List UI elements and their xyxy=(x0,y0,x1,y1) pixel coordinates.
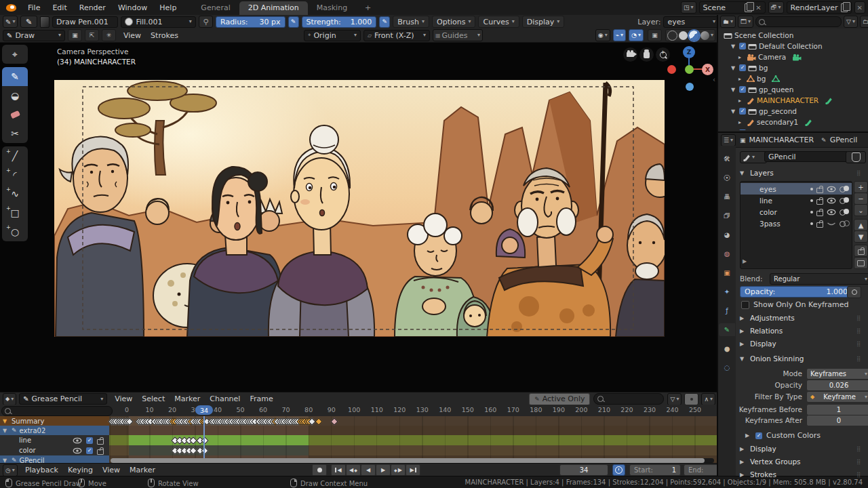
layer-onion-icon[interactable] xyxy=(840,209,849,215)
gizmo-z-neg-axis[interactable] xyxy=(686,83,694,91)
timeline-menu-playback[interactable]: Playback xyxy=(20,466,63,474)
properties-tab-scene[interactable]: ◕ xyxy=(719,228,735,241)
layer-opacity-slider[interactable]: Opacity:1.000 xyxy=(740,286,852,298)
tool-arc-button[interactable]: +◜ xyxy=(2,165,28,184)
drawing-plane-dropdown[interactable]: ▱ Front (X-Z) ▾ xyxy=(363,30,430,41)
mode-dropdown[interactable]: ✎ Draw ▾ xyxy=(3,30,65,41)
pan-view-button[interactable] xyxy=(639,47,654,62)
fake-user-shield-button[interactable] xyxy=(846,151,866,163)
layer-onion-icon[interactable] xyxy=(840,186,849,192)
layer-row-line[interactable]: line xyxy=(741,195,852,206)
layer-channel-dot[interactable] xyxy=(810,199,813,202)
dopesheet-search-input[interactable] xyxy=(593,393,664,405)
tab-masking[interactable]: Masking xyxy=(308,1,356,15)
brush-name-field[interactable]: Draw Pen.001 xyxy=(52,16,118,28)
outliner-filter-dropdown[interactable]: 🗔▾ xyxy=(738,16,753,28)
layer-row-color[interactable]: color xyxy=(741,206,852,218)
play-reverse-button[interactable]: ◀ xyxy=(361,464,376,476)
scrollbar-thumb[interactable] xyxy=(111,458,705,463)
properties-tab-modifiers[interactable]: ✦ xyxy=(719,285,735,298)
collection-checkbox[interactable]: ✓ xyxy=(739,129,746,130)
properties-tab-object[interactable]: ▣ xyxy=(719,266,735,279)
blend-dropdown[interactable]: Regular▾ xyxy=(770,273,868,285)
shading-wireframe-icon[interactable] xyxy=(667,30,677,41)
properties-tab-data[interactable]: ✎ xyxy=(719,323,735,336)
panel-display[interactable]: ▶Display⣿ xyxy=(740,340,865,348)
properties-tab-render[interactable]: 🖸 xyxy=(719,171,735,184)
properties-tab-physics[interactable]: ◌ xyxy=(719,361,735,374)
outliner-row-gp-queen[interactable]: ▼✓gp_queen xyxy=(718,84,868,95)
layer-channel-dot[interactable] xyxy=(810,188,813,190)
tool-line-button[interactable]: +╱ xyxy=(2,146,28,165)
menu-render[interactable]: Render xyxy=(73,3,112,12)
dropdown-display[interactable]: Display▾ xyxy=(522,16,565,28)
layer-onion-icon[interactable] xyxy=(840,197,849,203)
layer-lock-icon[interactable] xyxy=(816,222,823,228)
shading-material-icon[interactable] xyxy=(689,30,699,41)
outliner-search-input[interactable] xyxy=(755,16,842,27)
unlink-scene-icon[interactable]: ✕ xyxy=(755,4,761,12)
opacity-keyframe-button[interactable] xyxy=(847,286,861,298)
gizmo-y-axis[interactable] xyxy=(685,65,694,74)
panel-strokes[interactable]: ▶Strokes⣿ xyxy=(740,470,865,479)
expand-icon[interactable]: ▼ xyxy=(731,65,737,71)
onion-filter-dropdown[interactable]: ◆Keyframe▾ xyxy=(806,391,868,403)
layer-visibility-icon[interactable] xyxy=(827,209,836,216)
viewlayer-name-field[interactable]: RenderLayer xyxy=(787,1,852,14)
breadcrumb-object[interactable]: MAINCHARACTER xyxy=(749,136,814,144)
jump-to-end-button[interactable]: ▶ xyxy=(406,464,420,476)
breadcrumb-data[interactable]: GPencil xyxy=(830,136,858,144)
layer-onion-icon[interactable] xyxy=(840,220,849,226)
gizmo-x-neg-axis[interactable] xyxy=(667,65,676,74)
outliner-row-maincharacter[interactable]: ▸MAINCHARACTER xyxy=(718,95,868,106)
layer-row-eyes[interactable]: eyes xyxy=(741,183,852,195)
move-layer-down-button[interactable]: ▼ xyxy=(854,230,868,243)
layer-lock-icon[interactable] xyxy=(816,211,823,216)
properties-editor-dropdown[interactable]: ☰▾ xyxy=(721,134,736,146)
timeline-menu-keying[interactable]: Keying xyxy=(63,466,98,474)
collection-checkbox[interactable]: ✓ xyxy=(739,64,746,71)
custom-colors-row[interactable]: ▶✓Custom Colors xyxy=(745,431,821,440)
panel-relations[interactable]: ▶Relations⣿ xyxy=(740,327,865,335)
expand-icon[interactable]: ▸ xyxy=(738,54,745,60)
proportional-edit-toggle[interactable]: ◔▾ xyxy=(629,29,644,41)
expand-icon[interactable]: ▼ xyxy=(731,130,737,131)
layer-specials-button[interactable]: ⌄ xyxy=(854,204,868,216)
channel-lock-icon[interactable] xyxy=(97,449,104,455)
gizmo-x-axis[interactable]: X xyxy=(702,64,713,75)
new-collection-button[interactable]: 🗀 xyxy=(860,16,868,28)
outliner-row-bg[interactable]: ▸bg xyxy=(718,73,868,84)
gpencil-datablock-dropdown[interactable]: ▾ xyxy=(740,151,767,163)
onion-skinning-panel-header[interactable]: ▼Onion Skinning⣿ xyxy=(740,354,865,363)
custom-colors-checkbox[interactable]: ✓ xyxy=(755,432,762,439)
outliner-row-item[interactable]: ▼✓ xyxy=(718,127,868,130)
channel-lock-icon[interactable] xyxy=(97,439,104,445)
tab-item[interactable]: + xyxy=(356,1,380,15)
multiframe-toggle-icon[interactable]: ▣ xyxy=(68,29,82,41)
gizmo-z-axis[interactable]: Z xyxy=(683,46,695,58)
shading-solid-icon[interactable] xyxy=(679,31,688,40)
guides-dropdown[interactable]: ▦ Guides ▾ xyxy=(433,29,483,41)
properties-tab-effects[interactable]: ƒ xyxy=(719,304,735,317)
timeline-menu-marker[interactable]: Marker xyxy=(125,466,160,474)
expand-icon[interactable]: ▸ xyxy=(738,98,745,104)
active-only-toggle[interactable]: ✎Active Only xyxy=(529,393,590,405)
channel-name[interactable]: ▼Summary xyxy=(0,416,109,426)
layer-lock-icon[interactable] xyxy=(816,188,823,193)
dropdown-brush[interactable]: Brush▾ xyxy=(393,16,429,28)
tool-box-button[interactable]: +□ xyxy=(2,203,28,222)
menu-window[interactable]: Window xyxy=(112,3,153,12)
pivot-point-dropdown[interactable]: ◉▾ xyxy=(595,29,610,41)
layers-panel-header[interactable]: ▼Layers⣿ xyxy=(740,169,865,177)
dopesheet-channels[interactable]: ▼Summary▼✎extra02line✓color✓▼✎GPencil xyxy=(0,416,717,463)
horizontal-scrollbar[interactable] xyxy=(111,458,714,463)
channel-row-color[interactable]: color✓ xyxy=(0,445,717,455)
outliner-filter-button[interactable]: ▽▾ xyxy=(844,16,858,28)
current-frame-line[interactable] xyxy=(203,416,205,463)
strength-pressure-toggle[interactable]: ✎ xyxy=(379,16,390,28)
properties-tab-material[interactable]: ● xyxy=(719,342,735,355)
additive-drawing-toggle-icon[interactable]: ✳ xyxy=(102,29,116,41)
channel-checkbox[interactable]: ✓ xyxy=(86,437,93,444)
tool-cutter-button[interactable]: ✂ xyxy=(2,124,28,143)
layer-visibility-icon[interactable] xyxy=(827,197,836,204)
